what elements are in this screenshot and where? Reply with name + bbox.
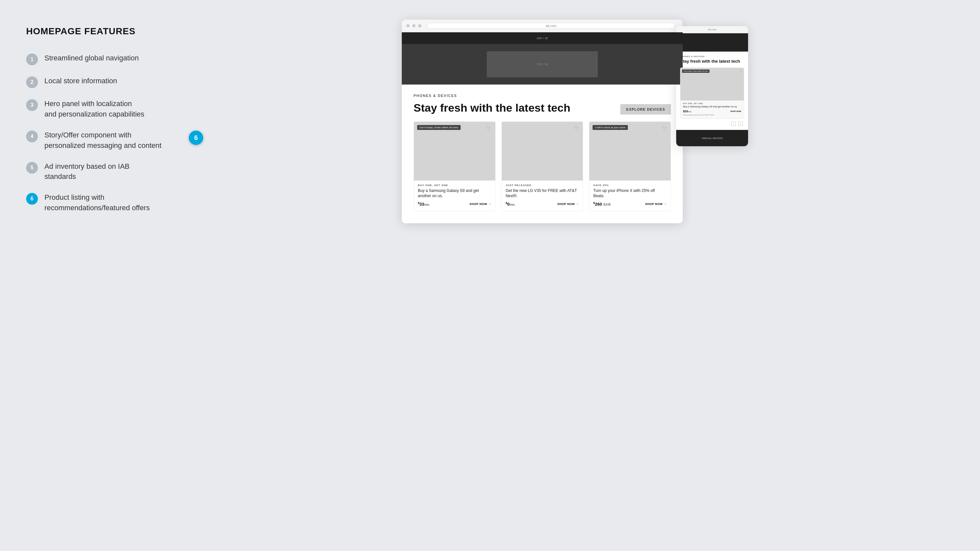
feature-text-1: Streamlined global navigation — [45, 53, 139, 64]
mobile-footer-note: Must purchase new device on AT&T Next® — [683, 114, 741, 116]
browser-url-bar[interactable]: att.com — [427, 23, 675, 29]
desktop-product-grid: Get it today: Order within 45 mins♡BUY O… — [414, 121, 671, 212]
product-price-row-3: $260$349SHOP NOW → — [593, 202, 667, 206]
product-offer-label-3: SAVE 25% — [593, 184, 667, 187]
shop-now-link-2[interactable]: SHOP NOW → — [557, 202, 579, 206]
desktop-section-title: Stay fresh with the latest tech — [414, 101, 570, 115]
desktop-hero-section: 128 × 32 728 × 90 — [402, 32, 683, 84]
product-name-1: Buy a Samsung Galaxy S9 and get another … — [418, 188, 491, 199]
explore-devices-button[interactable]: EXPLORE DEVICES — [620, 104, 671, 114]
feature-item-4: 4Story/Offer component with personalized… — [26, 130, 183, 151]
mobile-product-card: Get it today: Order within 45 mins ♡ BUY… — [680, 68, 744, 119]
floating-number-badge: 6 — [189, 130, 203, 145]
feature-badge-6: 6 — [26, 193, 38, 205]
feature-badge-4: 4 — [26, 130, 38, 142]
feature-text-2: Local store information — [45, 76, 117, 86]
feature-text-4: Story/Offer component with personalized … — [45, 130, 161, 151]
product-offer-label-2: JUST RELEASED — [506, 184, 579, 187]
product-info-1: BUY ONE, GET ONEBuy a Samsung Galaxy S9 … — [414, 181, 495, 211]
sidebar-title: HOMEPAGE FEATURES — [26, 26, 183, 37]
product-tag-3: 2 left in stock at your store — [593, 125, 627, 130]
mobile-product-image — [681, 68, 744, 100]
feature-badge-2: 2 — [26, 76, 38, 88]
mobile-product-info: BUY ONE, GET ONE Buy a Samsung Galaxy S9… — [681, 100, 744, 119]
product-price-3: $260$349 — [593, 202, 611, 206]
mobile-next-button[interactable]: › — [738, 121, 743, 126]
desktop-title-row: Stay fresh with the latest tech EXPLORE … — [414, 101, 671, 115]
mobile-mockup: att.com PHONES & DEVICES Stay fresh with… — [676, 26, 748, 146]
mobile-carousel-nav: ‹ › — [680, 121, 744, 126]
mobile-offer-label: BUY ONE, GET ONE — [683, 103, 741, 105]
feature-text-5: Ad inventory based on IAB standards — [45, 161, 130, 182]
feature-text-3: Hero panel with localization and persona… — [45, 98, 145, 119]
browser-dot-3 — [418, 24, 422, 27]
product-price-row-2: $0/mo.SHOP NOW → — [506, 202, 579, 206]
mobile-section-eyebrow: PHONES & DEVICES — [680, 56, 744, 57]
feature-text-6: Product listing with recommendations/fea… — [45, 192, 150, 213]
browser-dot-1 — [406, 24, 410, 27]
product-name-3: Turn up your iPhone X with 25% off Beats… — [593, 188, 667, 199]
wishlist-icon-3[interactable]: ♡ — [661, 125, 667, 132]
product-image-1 — [414, 122, 495, 181]
product-name-2: Get the new LG V35 for FREE with AT&T Ne… — [506, 188, 579, 199]
desktop-content-section: PHONES & DEVICES Stay fresh with the lat… — [402, 84, 683, 223]
desktop-mockup: att.com 128 × 32 728 × 90 PHONES & DEVIC… — [402, 20, 683, 223]
product-card-2: ♡JUST RELEASEDGet the new LG V35 for FRE… — [501, 121, 584, 212]
hero-nav-label: 128 × 32 — [536, 37, 548, 40]
shop-now-link-1[interactable]: SHOP NOW → — [469, 202, 491, 206]
main-preview: att.com 128 × 32 728 × 90 PHONES & DEVIC… — [196, 20, 954, 223]
shop-now-link-3[interactable]: SHOP NOW → — [645, 202, 667, 206]
product-offer-label-1: BUY ONE, GET ONE — [418, 184, 491, 187]
page-wrapper: HOMEPAGE FEATURES 1Streamlined global na… — [0, 0, 980, 551]
product-info-2: JUST RELEASEDGet the new LG V35 for FREE… — [502, 181, 583, 211]
feature-item-6: 6Product listing with recommendations/fe… — [26, 192, 183, 213]
mobile-browser-bar: att.com — [676, 26, 748, 33]
product-image-3 — [589, 122, 671, 181]
mobile-product-tag: Get it today: Order within 45 mins — [682, 70, 710, 73]
mobile-price: $33/mo. — [683, 110, 692, 113]
feature-item-1: 1Streamlined global navigation — [26, 53, 183, 65]
mobile-shop-now-link[interactable]: SHOP NOW — [730, 110, 741, 112]
mobile-prev-button[interactable]: ‹ — [731, 121, 736, 126]
product-card-3: 2 left in stock at your store♡SAVE 25%Tu… — [589, 121, 671, 212]
mobile-price-row: $33/mo. SHOP NOW — [683, 110, 741, 113]
mobile-product-name: Buy a Samsung Galaxy S9 and get another … — [683, 105, 741, 109]
browser-dot-2 — [412, 24, 415, 27]
product-price-row-1: $33/mo.SHOP NOW → — [418, 202, 491, 206]
desktop-nav-bar: 128 × 32 — [402, 32, 683, 44]
browser-url-text: att.com — [546, 24, 557, 28]
browser-bar: att.com — [402, 20, 683, 32]
feature-item-3: 3Hero panel with localization and person… — [26, 98, 183, 119]
product-tag-1: Get it today: Order within 45 mins — [417, 125, 461, 130]
feature-badge-5: 5 — [26, 162, 38, 174]
hero-banner-text: 728 × 90 — [536, 63, 548, 66]
wishlist-icon-2[interactable]: ♡ — [573, 125, 579, 132]
feature-badge-1: 1 — [26, 54, 38, 65]
mobile-footer-cta: VIEW ALL DEVICES — [702, 137, 722, 140]
feature-badge-3: 3 — [26, 99, 38, 111]
product-card-1: Get it today: Order within 45 mins♡BUY O… — [414, 121, 496, 212]
feature-item-2: 2Local store information — [26, 76, 183, 88]
mobile-content: PHONES & DEVICES Stay fresh with the lat… — [676, 52, 748, 130]
mobile-section-title: Stay fresh with the latest tech — [680, 59, 744, 64]
hero-banner-placeholder: 728 × 90 — [487, 51, 598, 77]
mobile-url-text: att.com — [708, 28, 716, 31]
feature-item-5: 5Ad inventory based on IAB standards — [26, 161, 183, 182]
product-price-2: $0/mo. — [506, 202, 515, 206]
desktop-section-eyebrow: PHONES & DEVICES — [414, 94, 671, 98]
product-info-3: SAVE 25%Turn up your iPhone X with 25% o… — [589, 181, 671, 211]
wishlist-icon-1[interactable]: ♡ — [485, 125, 492, 132]
sidebar: HOMEPAGE FEATURES 1Streamlined global na… — [26, 20, 183, 213]
mobile-dark-footer[interactable]: VIEW ALL DEVICES — [676, 130, 748, 146]
feature-list: 1Streamlined global navigation2Local sto… — [26, 53, 183, 213]
mobile-wishlist-icon[interactable]: ♡ — [739, 70, 742, 73]
product-price-1: $33/mo. — [418, 202, 430, 206]
mobile-hero — [676, 33, 748, 52]
product-image-2 — [502, 122, 583, 181]
